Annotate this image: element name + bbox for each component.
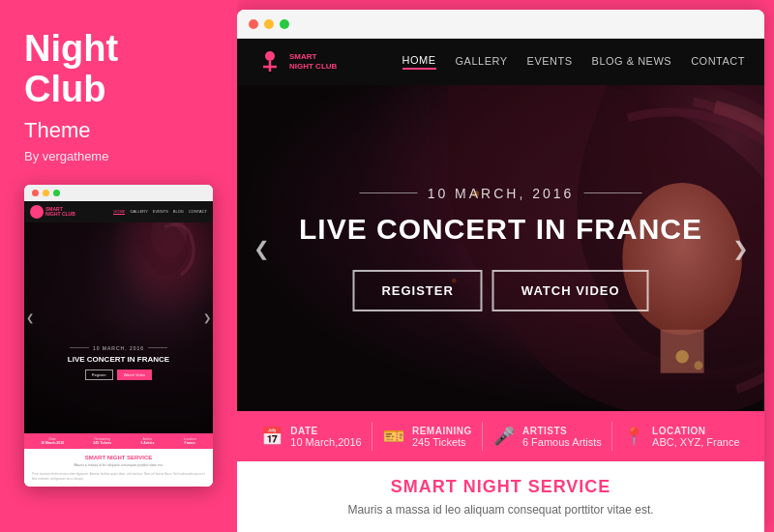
mini-nav-gallery[interactable]: GALLERY (130, 209, 147, 215)
ticket-icon: 🎫 (383, 426, 404, 447)
hero-arrow-left[interactable]: ❮ (247, 234, 276, 263)
nav-item-events[interactable]: EVENTS (527, 55, 573, 69)
website-nav: SMART NIGHT CLUB HOME GALLERY EVENTS BLO… (237, 39, 764, 85)
mini-nav: SMART NIGHT CLUB HOME GALLERY EVENTS BLO… (24, 201, 213, 222)
svg-point-4 (265, 51, 275, 61)
bottom-section: SMART NIGHT SERVICE Mauris a massa id le… (237, 461, 764, 532)
info-divider-2 (482, 422, 483, 451)
info-divider-3 (611, 422, 612, 451)
svg-point-9 (675, 350, 688, 363)
mini-watch-button[interactable]: Watch Video (117, 369, 152, 380)
location-icon: 📍 (623, 426, 644, 447)
website-logo-text: SMART NIGHT CLUB (289, 52, 337, 71)
info-item-location: 📍 Location ABC, XYZ, France (623, 426, 739, 448)
mini-nav-blog[interactable]: BLOG (173, 209, 184, 215)
nav-item-blog[interactable]: BLOG & NEWS (592, 55, 672, 69)
mini-concert-title: LIVE CONCERT IN FRANCE (24, 355, 213, 364)
watch-video-button[interactable]: Watch Video (492, 270, 649, 311)
info-text-location: Location ABC, XYZ, France (652, 426, 739, 448)
mini-arrow-left[interactable]: ❮ (26, 311, 34, 322)
mini-date: 10 MARCH, 2016 (93, 345, 144, 351)
mini-nav-events[interactable]: EVENTS (153, 209, 168, 215)
hero-buttons: Register Watch Video (237, 270, 764, 311)
author-credit: By vergatheme (24, 149, 213, 163)
svg-point-0 (35, 208, 39, 212)
info-text-remaining: Remaining 245 Tickets (412, 426, 472, 448)
info-text-date: Date 10 March,2016 (290, 426, 361, 448)
website-logo-icon (256, 48, 283, 75)
svg-point-10 (694, 361, 702, 369)
browser-dot-green (280, 19, 289, 29)
main-title: Night Club (24, 29, 213, 110)
left-panel: Night Club Theme By vergatheme (0, 0, 237, 532)
hero-date: 10 MARCH, 2016 (428, 186, 575, 201)
nav-item-gallery[interactable]: GALLERY (456, 55, 508, 69)
info-item-date: 📅 Date 10 March,2016 (261, 426, 361, 448)
mini-info-artists: Artists 6 Artists (140, 437, 154, 445)
info-item-remaining: 🎫 Remaining 245 Tickets (383, 426, 472, 448)
hero-title: LIVE CONCERT IN FRANCE (237, 213, 764, 246)
mini-bottom: SMART NIGHT SERVICE Mauris a massa id le… (24, 449, 213, 488)
mini-dot-red (32, 190, 39, 196)
service-text: Mauris a massa id leo aliquam consequat … (256, 503, 745, 517)
info-divider-1 (372, 422, 372, 451)
nav-item-home[interactable]: HOME (402, 54, 436, 70)
register-button[interactable]: Register (352, 270, 482, 311)
microphone-icon: 🎤 (493, 426, 515, 447)
browser-dot-red (249, 19, 258, 29)
mini-browser-bar (24, 185, 213, 201)
mini-service-text: Mauris a massa id leo aliquam consequat … (32, 463, 205, 468)
mini-service-body: Proin tincidunt eleifend enim vitae dign… (32, 472, 205, 481)
info-text-artists: Artists 6 Famous Artists (522, 426, 602, 448)
mini-info-date: Date 10 March,2016 (41, 437, 64, 445)
hero-content: 10 MARCH, 2016 LIVE CONCERT IN FRANCE Re… (237, 186, 764, 311)
info-bar: 📅 Date 10 March,2016 🎫 Remaining 245 Tic… (237, 411, 764, 461)
hero-section: 10 MARCH, 2016 LIVE CONCERT IN FRANCE Re… (237, 85, 764, 411)
mini-date-line: 10 MARCH, 2016 (24, 345, 213, 351)
service-title: SMART NIGHT SERVICE (256, 477, 745, 497)
mini-logo-text: SMART NIGHT CLUB (45, 207, 75, 217)
mini-browser: SMART NIGHT CLUB HOME GALLERY EVENTS BLO… (24, 185, 213, 488)
mini-nav-contact[interactable]: CONTACT (189, 209, 207, 215)
mini-nav-home[interactable]: HOME (113, 209, 125, 215)
mini-dot-green (53, 190, 60, 196)
mini-register-button[interactable]: Register (85, 369, 113, 380)
mini-logo: SMART NIGHT CLUB (30, 205, 75, 219)
nav-item-contact[interactable]: CONTACT (691, 55, 745, 69)
hero-arrow-right[interactable]: ❯ (726, 234, 755, 263)
mini-info-remaining: Remaining 245 Tickets (93, 437, 111, 445)
hero-date-line: 10 MARCH, 2016 (237, 186, 764, 201)
mini-info-bar: Date 10 March,2016 Remaining 245 Tickets… (24, 433, 213, 449)
mini-hero-content: 10 MARCH, 2016 LIVE CONCERT IN FRANCE Re… (24, 345, 213, 380)
mini-arrow-right[interactable]: ❯ (203, 311, 211, 322)
calendar-icon: 📅 (261, 426, 283, 447)
mini-info-location: Location France (184, 437, 196, 445)
website-logo: SMART NIGHT CLUB (256, 48, 337, 75)
website-nav-items: HOME GALLERY EVENTS BLOG & NEWS CONTACT (402, 54, 745, 70)
mini-screen: SMART NIGHT CLUB HOME GALLERY EVENTS BLO… (24, 201, 213, 433)
mini-figure (109, 215, 204, 311)
browser-bar (237, 10, 764, 39)
mini-nav-items: HOME GALLERY EVENTS BLOG CONTACT (113, 209, 207, 215)
theme-subtitle: Theme (24, 118, 213, 143)
mini-logo-icon (30, 205, 44, 219)
mini-buttons: Register Watch Video (24, 369, 213, 380)
website-content: SMART NIGHT CLUB HOME GALLERY EVENTS BLO… (237, 39, 764, 532)
info-item-artists: 🎤 Artists 6 Famous Artists (493, 426, 602, 448)
browser-dot-yellow (264, 19, 274, 29)
mini-service-title: SMART NIGHT SERVICE (32, 455, 205, 460)
mini-dot-yellow (43, 190, 49, 196)
main-browser: SMART NIGHT CLUB HOME GALLERY EVENTS BLO… (237, 10, 764, 532)
